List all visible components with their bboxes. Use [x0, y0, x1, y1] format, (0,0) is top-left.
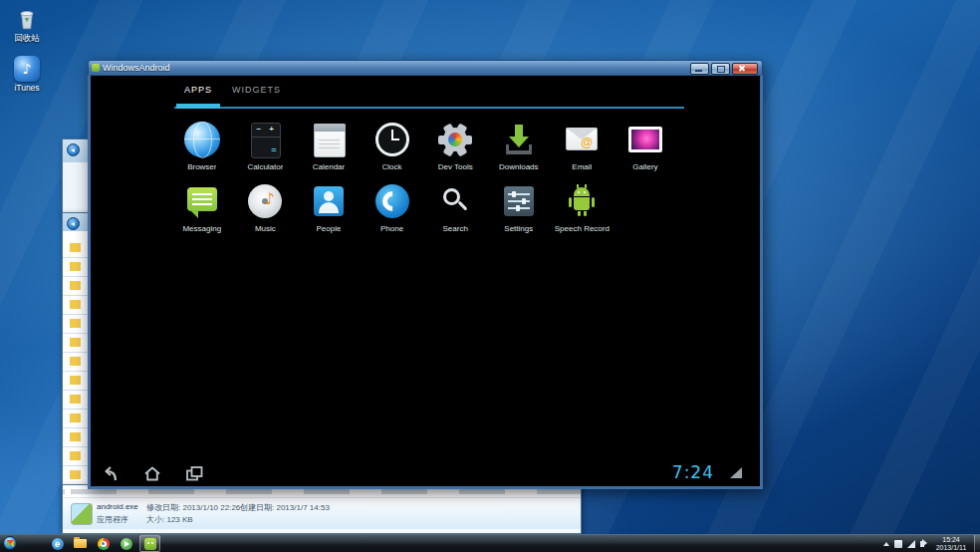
app-phone[interactable]: Phone: [361, 181, 424, 243]
app-calendar[interactable]: Calendar: [297, 120, 361, 181]
gear-icon: [435, 120, 475, 159]
app-speech-record[interactable]: Speech Record: [551, 181, 614, 243]
recents-icon: [184, 465, 204, 482]
app-calculator[interactable]: Calculator: [234, 120, 298, 181]
taskbar-clock[interactable]: 15:24 2013/1/11: [930, 536, 972, 551]
clock-time: 15:24: [930, 536, 972, 544]
windowsandroid-window: WindowsAndroid APPS WIDGETS Browser Calc…: [88, 60, 763, 489]
tray-expand-icon[interactable]: [883, 542, 889, 546]
network-icon[interactable]: [907, 540, 915, 548]
person-icon: [309, 181, 349, 221]
calendar-icon: [309, 120, 349, 159]
calculator-icon: [245, 120, 285, 159]
launcher-tabs: APPS WIDGETS: [184, 85, 281, 95]
back-icon: [101, 465, 121, 482]
app-clock[interactable]: Clock: [361, 120, 424, 181]
tray-app-icon[interactable]: [894, 540, 902, 548]
signal-icon: [730, 467, 742, 478]
recycle-bin-icon: [14, 6, 40, 32]
taskbar-internet-explorer[interactable]: e: [48, 536, 67, 551]
taskbar-windowsandroid[interactable]: [139, 535, 160, 552]
itunes-icon: ♪: [14, 56, 40, 82]
desktop-icon-label: 回收站: [4, 33, 50, 45]
back-button[interactable]: [99, 463, 122, 483]
maximize-button[interactable]: [711, 63, 730, 75]
home-button[interactable]: [140, 463, 164, 483]
window-controls: [690, 63, 758, 75]
window-title: WindowsAndroid: [103, 63, 170, 73]
android-robot-icon: [562, 181, 602, 221]
music-note-icon: [245, 181, 285, 221]
file-name: android.exe: [97, 502, 138, 511]
app-grid: Browser Calculator Calendar Clock Dev To…: [170, 120, 677, 243]
desktop-icon-recycle-bin[interactable]: 回收站: [4, 6, 50, 45]
window-icon: [92, 64, 100, 72]
app-people[interactable]: People: [297, 181, 361, 243]
desktop: { "desktop": { "recycle_label": "回收站", "…: [0, 0, 980, 552]
home-icon: [142, 465, 162, 482]
file-size: 大小: 123 KB: [146, 514, 193, 525]
app-dev-tools[interactable]: Dev Tools: [423, 120, 487, 181]
tab-apps[interactable]: APPS: [184, 85, 212, 95]
tab-widgets[interactable]: WIDGETS: [232, 85, 281, 95]
system-tray: [883, 535, 924, 552]
folder-icon: [74, 539, 87, 548]
explorer-window[interactable]: android.exe 修改日期: 2013/1/10 22:26 创建日期: …: [62, 484, 582, 534]
start-button[interactable]: [3, 536, 17, 550]
file-modified-date: 修改日期: 2013/1/10 22:26: [146, 502, 240, 513]
envelope-icon: [562, 120, 602, 159]
app-gallery[interactable]: Gallery: [613, 120, 677, 181]
photo-icon: [625, 120, 665, 159]
taskbar-media-player[interactable]: [117, 536, 135, 551]
app-browser[interactable]: Browser: [170, 120, 234, 181]
volume-icon[interactable]: [920, 541, 924, 547]
window-titlebar[interactable]: WindowsAndroid: [88, 60, 763, 75]
file-icon: [71, 503, 93, 525]
desktop-icon-itunes[interactable]: ♪ iTunes: [4, 56, 50, 93]
details-pane: android.exe 修改日期: 2013/1/10 22:26 创建日期: …: [63, 498, 581, 529]
back-nav-icon: [67, 143, 80, 156]
chat-bubble-icon: [182, 181, 222, 221]
show-desktop-button[interactable]: [974, 535, 980, 552]
recents-button[interactable]: [182, 463, 206, 483]
magnifier-icon: [435, 181, 475, 221]
android-navbar: 7:24: [91, 460, 760, 486]
desktop-icon-label: iTunes: [4, 83, 50, 93]
minimize-button[interactable]: [690, 63, 709, 75]
sliders-icon: [499, 181, 539, 221]
clock-date: 2013/1/11: [930, 544, 972, 552]
app-settings[interactable]: Settings: [487, 181, 551, 243]
file-type: 应用程序: [97, 514, 128, 525]
windows-flag-icon: [7, 540, 14, 547]
media-player-icon: [121, 538, 132, 550]
phone-handset-icon: [372, 181, 412, 221]
chrome-icon: [98, 538, 110, 550]
active-tab-underline: [176, 104, 220, 109]
app-email[interactable]: Email: [551, 120, 614, 181]
app-music[interactable]: Music: [234, 181, 298, 243]
app-search[interactable]: Search: [423, 181, 487, 243]
file-created-date: 创建日期: 2013/1/7 14:53: [240, 502, 330, 513]
status-clock: 7:24: [672, 462, 714, 482]
back-nav-icon: [67, 217, 80, 230]
close-button[interactable]: [732, 63, 758, 75]
clock-icon: [372, 120, 412, 159]
taskbar-chrome[interactable]: [94, 536, 113, 551]
internet-explorer-icon: e: [52, 538, 64, 550]
app-downloads[interactable]: Downloads: [487, 120, 551, 181]
android-app-icon: [144, 538, 156, 550]
taskbar-explorer[interactable]: [71, 536, 90, 551]
tab-divider-line: [174, 107, 684, 109]
app-messaging[interactable]: Messaging: [170, 181, 234, 243]
browser-icon: [182, 120, 222, 159]
taskbar: e 15:24 2013/1/11: [0, 534, 980, 552]
taskbar-buttons: e: [48, 535, 160, 552]
download-icon: [499, 120, 539, 159]
android-screen: APPS WIDGETS Browser Calculator Calendar…: [88, 75, 763, 489]
